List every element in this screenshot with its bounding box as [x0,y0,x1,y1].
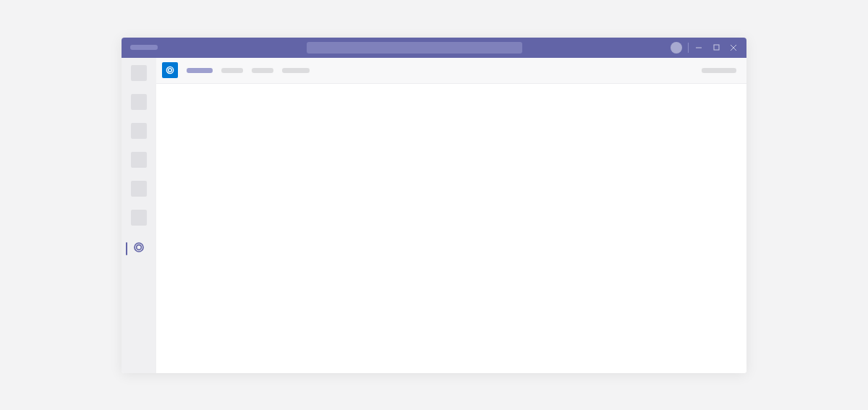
svg-point-7 [169,69,172,72]
tab-1[interactable] [187,68,213,73]
tab-bar [156,58,746,84]
titlebar-divider [688,43,689,53]
tab-3[interactable] [252,68,273,73]
sidebar-nav [122,58,156,373]
sidebar-item-5[interactable] [131,181,147,197]
window-body [122,58,746,373]
sidebar-item-active[interactable] [122,239,156,259]
minimize-button[interactable] [690,40,707,56]
titlebar [122,38,746,58]
tab-4[interactable] [282,68,310,73]
dynamics-swirl-icon [165,65,175,75]
tab-action[interactable] [702,68,736,73]
sidebar-item-4[interactable] [131,152,147,168]
tab-app-icon[interactable] [162,62,178,78]
app-title-placeholder [130,45,158,50]
dynamics-swirl-icon [132,241,145,257]
sidebar-item-3[interactable] [131,123,147,139]
content-area [156,84,746,373]
svg-rect-1 [714,45,719,50]
app-window [122,38,746,373]
sidebar-item-1[interactable] [131,65,147,81]
minimize-icon [695,44,702,51]
close-icon [730,44,737,51]
close-button[interactable] [725,40,742,56]
sidebar-item-2[interactable] [131,94,147,110]
maximize-icon [713,44,720,51]
user-avatar[interactable] [671,42,682,54]
search-input[interactable] [307,42,522,54]
svg-point-5 [137,244,142,249]
maximize-button[interactable] [707,40,725,56]
sidebar-item-6[interactable] [131,210,147,226]
svg-point-6 [166,67,173,73]
tab-2[interactable] [221,68,243,73]
main-area [156,58,746,373]
